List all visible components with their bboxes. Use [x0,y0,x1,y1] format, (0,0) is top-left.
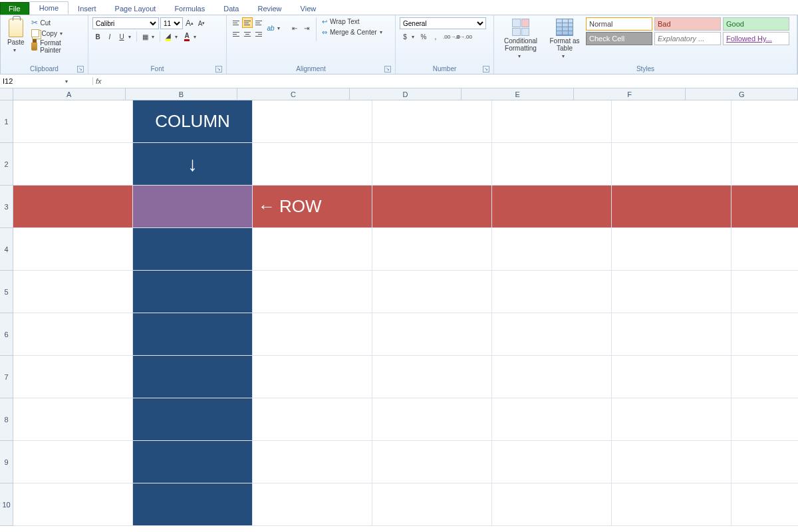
cell-B4[interactable] [133,228,253,271]
font-launcher[interactable]: ↘ [215,66,222,72]
cell-E10[interactable] [492,483,612,526]
cell-F2[interactable] [612,143,732,186]
merge-dropdown[interactable]: ▾ [380,29,385,35]
cell-G9[interactable] [732,441,798,483]
cell-D7[interactable] [372,356,492,398]
cell-C2[interactable] [253,143,372,186]
cell-D5[interactable] [372,271,492,313]
cell-G3[interactable] [732,186,798,228]
align-center[interactable] [242,29,253,39]
cell-G6[interactable] [732,313,798,356]
number-format-select[interactable]: General [400,17,486,29]
italic-button[interactable]: I [104,31,115,42]
decrease-decimal[interactable]: .0→.00 [458,31,469,42]
cell-D3[interactable] [372,186,492,228]
paste-dropdown[interactable]: ▾ [13,47,19,53]
format-painter-button[interactable]: Format Painter [30,39,84,55]
merge-center-button[interactable]: ⇔Merge & Center▾ [321,28,386,37]
accounting-dropdown[interactable]: ▾ [412,34,417,40]
cell-A9[interactable] [13,441,133,483]
cell-F7[interactable] [612,356,732,398]
cell-D2[interactable] [372,143,492,186]
cell-B10[interactable] [133,483,253,526]
border-dropdown[interactable]: ▾ [152,34,157,40]
cell-F4[interactable] [612,228,732,271]
row-header-3[interactable]: 3 [0,186,13,228]
cell-F9[interactable] [612,441,732,483]
align-top[interactable] [231,17,241,28]
cell-D10[interactable] [372,483,492,526]
cell-C8[interactable] [253,398,372,441]
cell-G10[interactable] [732,483,798,526]
number-launcher[interactable]: ↘ [483,66,489,72]
style-explanatory[interactable]: Explanatory ... [654,32,721,45]
align-left[interactable] [231,29,241,39]
cell-C10[interactable] [253,483,372,526]
column-header-C[interactable]: C [237,88,350,100]
row-header-6[interactable]: 6 [0,313,13,356]
cell-E8[interactable] [492,398,612,441]
border-button[interactable]: ▦ [140,31,150,42]
cell-E5[interactable] [492,271,612,313]
orientation-button[interactable]: ab [265,23,276,34]
wrap-text-button[interactable]: ↩Wrap Text [321,17,386,26]
orientation-dropdown[interactable]: ▾ [277,25,283,31]
cell-D1[interactable] [372,100,492,143]
cell-E1[interactable] [492,100,612,143]
copy-button[interactable]: Copy▾ [30,29,84,38]
select-all-corner[interactable] [0,88,13,100]
cell-C9[interactable] [253,441,372,483]
style-good[interactable]: Good [723,17,789,31]
cell-A1[interactable] [13,100,133,143]
cell-A5[interactable] [13,271,133,313]
tab-file[interactable]: File [0,2,29,15]
copy-dropdown[interactable]: ▾ [60,31,65,37]
grow-font-button[interactable]: A▴ [184,18,195,29]
column-header-G[interactable]: G [686,88,798,100]
bold-button[interactable]: B [92,31,103,42]
cell-F10[interactable] [612,483,732,526]
font-color-dropdown[interactable]: ▾ [194,34,199,40]
cell-E4[interactable] [492,228,612,271]
cell-B9[interactable] [133,441,253,483]
cell-grid[interactable]: COLUMN↓←ROW [13,100,798,526]
cell-E9[interactable] [492,441,612,483]
align-middle[interactable] [242,17,253,28]
clipboard-launcher[interactable]: ↘ [77,66,84,72]
row-header-10[interactable]: 10 [0,483,13,526]
cell-G1[interactable] [732,100,798,143]
cell-D4[interactable] [372,228,492,271]
accounting-format[interactable]: $ [400,31,410,42]
name-box-input[interactable] [3,77,63,85]
cell-G2[interactable] [732,143,798,186]
increase-indent[interactable]: ⇥ [301,23,312,34]
row-header-1[interactable]: 1 [0,100,13,143]
row-header-7[interactable]: 7 [0,356,13,398]
cell-B2[interactable]: ↓ [133,143,253,186]
style-normal[interactable]: Normal [586,17,652,31]
cell-B7[interactable] [133,356,253,398]
cell-C7[interactable] [253,356,372,398]
tab-data[interactable]: Data [214,3,248,15]
cell-A10[interactable] [13,483,133,526]
format-as-table-button[interactable]: Format as Table▾ [546,17,583,61]
column-header-D[interactable]: D [350,88,462,100]
cell-F3[interactable] [612,186,732,228]
fill-color-dropdown[interactable]: ▾ [175,34,180,40]
cell-B8[interactable] [133,398,253,441]
cell-A2[interactable] [13,143,133,186]
cell-A7[interactable] [13,356,133,398]
cell-F6[interactable] [612,313,732,356]
column-header-A[interactable]: A [13,88,126,100]
cell-G4[interactable] [732,228,798,271]
cell-G5[interactable] [732,271,798,313]
tab-view[interactable]: View [291,3,326,15]
shrink-font-button[interactable]: A▾ [196,18,207,29]
tab-home[interactable]: Home [29,1,68,15]
column-header-F[interactable]: F [574,88,686,100]
cell-D9[interactable] [372,441,492,483]
column-header-E[interactable]: E [462,88,574,100]
cell-C1[interactable] [253,100,372,143]
name-box-dropdown[interactable]: ▾ [65,78,70,84]
cell-F8[interactable] [612,398,732,441]
